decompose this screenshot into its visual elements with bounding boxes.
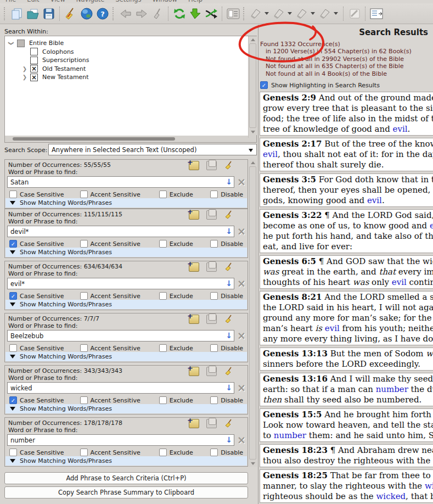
report-panel-icon[interactable] bbox=[225, 5, 241, 22]
disable-checkbox[interactable] bbox=[210, 240, 218, 248]
highlighter-icon[interactable] bbox=[271, 5, 287, 22]
disable-checkbox[interactable] bbox=[210, 344, 218, 352]
remove-phrase-icon[interactable]: × bbox=[237, 177, 246, 187]
add-note-icon[interactable] bbox=[189, 262, 199, 272]
tree-item-old-testament[interactable]: ❯×Old Testament bbox=[5, 65, 248, 74]
copy-phrase-icon[interactable] bbox=[206, 419, 217, 428]
clear-phrase-broom-icon[interactable] bbox=[224, 315, 233, 323]
side-panel-icon[interactable] bbox=[368, 5, 384, 22]
tree-checkbox[interactable]: × bbox=[30, 74, 38, 81]
highlighter-dropdown-caret[interactable] bbox=[288, 12, 292, 15]
scroll-up-arrow-icon[interactable] bbox=[249, 159, 257, 166]
scrollbar-thumb[interactable] bbox=[249, 43, 256, 128]
accent-sensitive-checkbox[interactable] bbox=[80, 449, 88, 456]
exclude-checkbox[interactable] bbox=[159, 344, 167, 352]
phrase-input[interactable] bbox=[7, 278, 234, 289]
small-brush-icon[interactable] bbox=[149, 5, 165, 22]
down-arrow-icon[interactable]: ↓ bbox=[226, 383, 232, 392]
show-highlighting-checkbox[interactable] bbox=[260, 81, 268, 89]
highlighter-icon[interactable] bbox=[317, 5, 333, 22]
search-scope-select[interactable]: Anywhere in Selected Search Text (Unscop… bbox=[48, 144, 257, 155]
new-document-icon[interactable] bbox=[9, 5, 25, 22]
down-arrow-icon[interactable]: ↓ bbox=[226, 227, 232, 236]
tree-item-entire-bible[interactable]: ❯Entire Bible bbox=[5, 39, 248, 48]
accent-sensitive-checkbox[interactable] bbox=[80, 396, 88, 404]
highlighter-icon[interactable] bbox=[294, 5, 310, 22]
verse-result-genesis-8-21[interactable]: Genesis 8:21 And the LORD smelled a swee… bbox=[260, 291, 433, 345]
back-arrow-icon[interactable] bbox=[117, 5, 133, 22]
down-arrow-icon[interactable]: ↓ bbox=[226, 331, 232, 340]
accent-sensitive-checkbox[interactable] bbox=[80, 344, 88, 352]
case-sensitive-checkbox[interactable] bbox=[9, 396, 17, 404]
verse-result-genesis-13-13[interactable]: Genesis 13:13 But the men of Sodom weres… bbox=[260, 348, 433, 371]
exclude-checkbox[interactable] bbox=[159, 449, 167, 456]
phrase-input[interactable] bbox=[7, 330, 234, 341]
tree-vertical-scrollbar[interactable] bbox=[249, 36, 257, 135]
show-matching-words-toggle[interactable]: Show Matching Words/Phrases bbox=[5, 404, 247, 413]
accent-sensitive-checkbox[interactable] bbox=[80, 240, 88, 248]
copy-summary-button[interactable]: Copy Search Phrase Summary to Clipboard bbox=[4, 486, 248, 499]
phrase-input[interactable] bbox=[7, 434, 234, 446]
tree-checkbox[interactable] bbox=[30, 57, 38, 64]
clear-phrase-broom-icon[interactable] bbox=[224, 210, 233, 219]
help-icon[interactable]: ? bbox=[94, 5, 110, 22]
globe-icon[interactable] bbox=[78, 5, 94, 22]
down-arrow-icon[interactable]: ↓ bbox=[226, 279, 232, 288]
highlighter-icon[interactable] bbox=[248, 5, 264, 22]
exclude-checkbox[interactable] bbox=[159, 240, 167, 248]
verse-result-genesis-3-5[interactable]: Genesis 3:5 For God doth know that in th… bbox=[260, 173, 433, 207]
case-sensitive-checkbox[interactable] bbox=[9, 449, 17, 456]
highlighter-dropdown-caret[interactable] bbox=[334, 12, 338, 15]
clear-phrase-broom-icon[interactable] bbox=[224, 262, 233, 271]
disable-checkbox[interactable] bbox=[210, 449, 218, 456]
verse-result-genesis-13-16[interactable]: Genesis 13:16 And I will make thy seed a… bbox=[260, 373, 433, 406]
disable-checkbox[interactable] bbox=[210, 191, 218, 198]
notepad-edit-icon[interactable] bbox=[346, 5, 362, 22]
chevron-collapsed-icon[interactable]: ❯ bbox=[21, 65, 28, 72]
tree-checkbox[interactable]: × bbox=[30, 65, 38, 72]
chevron-expanded-icon[interactable]: ❯ bbox=[8, 40, 15, 47]
scroll-down-arrow-icon[interactable] bbox=[249, 460, 257, 467]
scrollbar-thumb[interactable] bbox=[13, 137, 175, 141]
shuffle-icon[interactable] bbox=[203, 5, 219, 22]
scrollbar-thumb[interactable] bbox=[249, 166, 256, 460]
disable-checkbox[interactable] bbox=[210, 396, 218, 404]
scroll-down-arrow-icon[interactable] bbox=[249, 128, 257, 135]
verse-result-genesis-18-23[interactable]: Genesis 18:23 ¶ And Abraham drew near, a… bbox=[260, 444, 433, 467]
show-matching-words-toggle[interactable]: Show Matching Words/Phrases bbox=[5, 352, 247, 361]
down-arrow-icon[interactable]: ↓ bbox=[226, 177, 232, 186]
verse-result-genesis-15-5[interactable]: Genesis 15:5 And he brought him forth ab… bbox=[260, 408, 433, 442]
phrase-input[interactable] bbox=[7, 226, 234, 237]
tree-item-superscriptions[interactable]: Superscriptions bbox=[5, 56, 248, 65]
open-folder-icon[interactable] bbox=[25, 5, 41, 22]
tree-item-new-testament[interactable]: ❯×New Testament bbox=[5, 73, 248, 82]
case-sensitive-checkbox[interactable] bbox=[9, 191, 17, 198]
show-matching-words-toggle[interactable]: Show Matching Words/Phrases bbox=[5, 300, 247, 309]
show-matching-words-toggle[interactable]: Show Matching Words/Phrases bbox=[5, 456, 247, 466]
accent-sensitive-checkbox[interactable] bbox=[80, 292, 88, 300]
tree-checkbox[interactable] bbox=[17, 40, 25, 47]
copy-phrase-icon[interactable] bbox=[206, 210, 217, 220]
tree-item-colophons[interactable]: Colophons bbox=[5, 48, 248, 57]
case-sensitive-checkbox[interactable] bbox=[9, 344, 17, 352]
copy-phrase-icon[interactable] bbox=[206, 161, 217, 170]
remove-phrase-icon[interactable]: × bbox=[237, 227, 246, 236]
remove-phrase-icon[interactable]: × bbox=[237, 435, 246, 445]
verse-result-genesis-18-25[interactable]: Genesis 18:25 That be far from thee to d… bbox=[260, 469, 433, 503]
show-matching-words-toggle[interactable]: Show Matching Words/Phrases bbox=[5, 248, 247, 257]
download-arrow-icon[interactable] bbox=[187, 5, 203, 22]
clean-broom-icon[interactable] bbox=[63, 5, 78, 22]
exclude-checkbox[interactable] bbox=[159, 191, 167, 198]
disable-checkbox[interactable] bbox=[210, 292, 218, 300]
remove-phrase-icon[interactable]: × bbox=[237, 331, 246, 340]
tree-horizontal-scrollbar[interactable] bbox=[5, 136, 248, 142]
copy-phrase-icon[interactable] bbox=[206, 367, 217, 376]
accent-sensitive-checkbox[interactable] bbox=[80, 191, 88, 198]
phrase-input[interactable] bbox=[7, 382, 234, 394]
add-note-icon[interactable] bbox=[189, 419, 199, 428]
add-note-icon[interactable] bbox=[189, 315, 199, 324]
scroll-up-arrow-icon[interactable] bbox=[249, 36, 257, 43]
phrases-vertical-scrollbar[interactable] bbox=[249, 159, 257, 467]
highlighter-dropdown-caret[interactable] bbox=[311, 12, 315, 15]
add-note-icon[interactable] bbox=[189, 161, 199, 170]
